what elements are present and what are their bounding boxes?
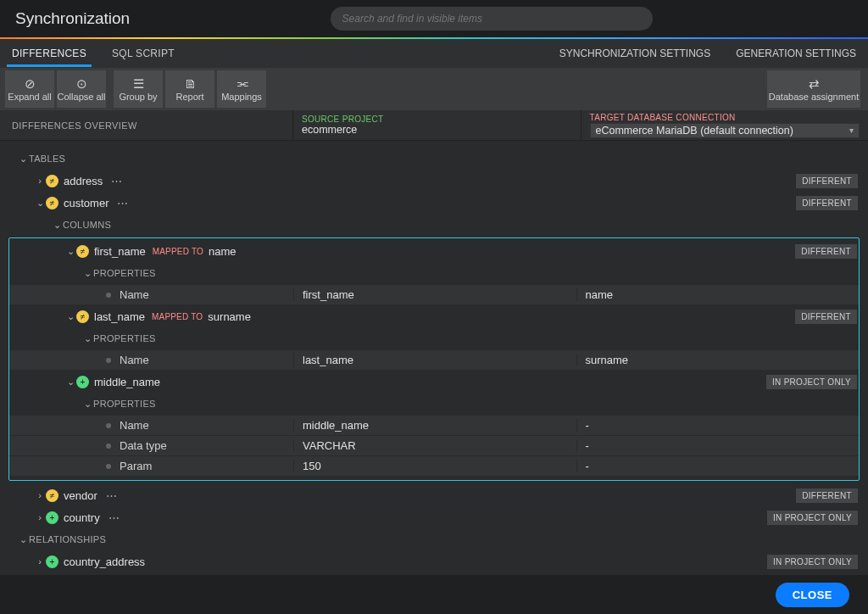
- property-row-name: Name last_name surname: [9, 350, 859, 370]
- column-row-last-name[interactable]: ⌄ ≠ last_name MAPPED TO surname DIFFEREN…: [9, 305, 859, 327]
- search-input[interactable]: [331, 7, 653, 31]
- database-icon: ⇄: [809, 77, 820, 90]
- status-diff-icon: ≠: [46, 489, 58, 502]
- item-label: vendor: [64, 489, 97, 502]
- expand-all-label: Expand all: [8, 92, 51, 102]
- item-label: customer: [64, 197, 108, 209]
- properties-label: PROPERTIES: [93, 399, 156, 409]
- chevron-down-icon[interactable]: ⌄: [64, 246, 76, 257]
- table-row-customer[interactable]: ⌄ ≠ customer ⋯ DIFFERENT: [8, 192, 860, 214]
- properties-section[interactable]: ⌄ PROPERTIES: [9, 393, 859, 415]
- item-label: last_name: [94, 310, 145, 323]
- status-diff-icon: ≠: [46, 175, 58, 187]
- status-new-icon: +: [76, 376, 89, 388]
- chevron-right-icon[interactable]: ›: [34, 490, 46, 500]
- tables-section[interactable]: ⌄ TABLES: [8, 148, 860, 170]
- item-label: address: [64, 175, 103, 187]
- status-badge: IN PROJECT ONLY: [767, 555, 858, 569]
- properties-label: PROPERTIES: [93, 268, 156, 278]
- chevron-down-icon[interactable]: ⌄: [81, 399, 93, 410]
- expand-all-button[interactable]: ⊘ Expand all: [5, 70, 54, 108]
- property-value-target: -: [576, 460, 860, 472]
- property-row-param: Param 150 -: [9, 456, 859, 476]
- property-value-target: name: [576, 288, 860, 301]
- window-header: Synchronization: [0, 0, 868, 37]
- item-label: country_address: [64, 555, 145, 568]
- property-name: Name: [120, 288, 149, 301]
- tab-bar: DIFFERENCES SQL SCRIPT SYNCHRONIZATION S…: [0, 39, 868, 68]
- chevron-down-icon[interactable]: ⌄: [17, 534, 29, 545]
- mapped-to-label: MAPPED TO: [152, 312, 203, 321]
- bullet-icon: [106, 293, 111, 298]
- source-project-value: ecommerce: [302, 124, 572, 136]
- table-row-country[interactable]: › + country ⋯ IN PROJECT ONLY: [8, 506, 860, 528]
- target-connection-select[interactable]: eCommerce MariaDB (default connection) ▾: [590, 123, 860, 138]
- properties-label: PROPERTIES: [93, 333, 156, 343]
- table-row-address[interactable]: › ≠ address ⋯ DIFFERENT: [8, 170, 860, 192]
- property-value-target: -: [576, 439, 860, 452]
- property-row-name: Name middle_name -: [9, 416, 859, 435]
- database-assignment-button[interactable]: ⇄ Database assignment: [767, 70, 860, 108]
- property-value-target: -: [576, 419, 860, 432]
- more-icon[interactable]: ⋯: [111, 175, 124, 187]
- chevron-right-icon[interactable]: ›: [34, 556, 46, 567]
- relationships-section[interactable]: ⌄ RELATIONSHIPS: [8, 528, 860, 550]
- properties-section[interactable]: ⌄ PROPERTIES: [9, 327, 859, 349]
- tab-sql-script[interactable]: SQL SCRIPT: [107, 41, 180, 67]
- chevron-down-icon[interactable]: ⌄: [64, 311, 76, 322]
- property-value-source: last_name: [293, 354, 576, 366]
- tab-generation-settings[interactable]: GENERATION SETTINGS: [731, 41, 861, 66]
- tab-sync-settings[interactable]: SYNCHRONIZATION SETTINGS: [554, 41, 715, 66]
- mappings-icon: ⫘: [236, 77, 248, 90]
- relationships-label: RELATIONSHIPS: [29, 534, 106, 544]
- chevron-down-icon[interactable]: ⌄: [17, 154, 29, 165]
- table-row-vendor[interactable]: › ≠ vendor ⋯ DIFFERENT: [8, 484, 860, 506]
- database-assignment-label: Database assignment: [769, 92, 859, 102]
- more-icon[interactable]: ⋯: [106, 489, 119, 502]
- chevron-down-icon[interactable]: ⌄: [81, 268, 93, 279]
- tab-differences[interactable]: DIFFERENCES: [7, 41, 92, 67]
- page-title: Synchronization: [15, 9, 130, 28]
- collapse-icon: ⊙: [76, 77, 87, 90]
- bullet-icon: [106, 444, 111, 449]
- chevron-right-icon[interactable]: ›: [34, 512, 46, 522]
- chevron-down-icon[interactable]: ⌄: [64, 377, 76, 388]
- status-badge: DIFFERENT: [795, 244, 857, 259]
- status-badge: DIFFERENT: [796, 488, 858, 503]
- property-value-source: first_name: [293, 288, 576, 301]
- chevron-down-icon[interactable]: ⌄: [34, 198, 46, 209]
- status-new-icon: +: [46, 511, 58, 524]
- more-icon[interactable]: ⋯: [117, 197, 130, 209]
- chevron-down-icon[interactable]: ⌄: [81, 333, 93, 344]
- property-row-datatype: Data type VARCHAR -: [9, 436, 859, 455]
- bullet-icon: [106, 464, 111, 469]
- report-button[interactable]: 🗎 Report: [165, 70, 214, 108]
- target-connection-value: eCommerce MariaDB (default connection): [596, 125, 793, 137]
- item-label: country: [64, 511, 100, 524]
- property-name: Name: [120, 419, 149, 432]
- footer: CLOSE: [0, 575, 868, 614]
- properties-section[interactable]: ⌄ PROPERTIES: [9, 262, 859, 284]
- property-name: Param: [120, 460, 152, 472]
- collapse-all-button[interactable]: ⊙ Collapse all: [57, 70, 106, 108]
- chevron-down-icon[interactable]: ⌄: [51, 220, 63, 231]
- report-label: Report: [175, 92, 203, 102]
- columns-section[interactable]: ⌄ COLUMNS: [8, 214, 860, 236]
- more-icon[interactable]: ⋯: [108, 511, 121, 524]
- column-row-first-name[interactable]: ⌄ ≠ first_name MAPPED TO name DIFFERENT: [9, 240, 859, 262]
- relationship-row-country-address[interactable]: › + country_address IN PROJECT ONLY: [8, 550, 860, 572]
- group-by-button[interactable]: ☰ Group by: [114, 70, 163, 108]
- chevron-right-icon[interactable]: ›: [34, 176, 46, 186]
- status-badge: IN PROJECT ONLY: [767, 511, 858, 525]
- selection-highlight: ⌄ ≠ first_name MAPPED TO name DIFFERENT …: [8, 237, 860, 481]
- mappings-button[interactable]: ⫘ Mappings: [217, 70, 266, 108]
- source-project-label: SOURCE PROJECT: [302, 114, 572, 124]
- bullet-icon: [106, 358, 111, 363]
- collapse-all-label: Collapse all: [58, 92, 106, 102]
- property-value-target: surname: [576, 354, 860, 366]
- column-row-middle-name[interactable]: ⌄ + middle_name IN PROJECT ONLY: [9, 371, 859, 393]
- close-button[interactable]: CLOSE: [776, 583, 849, 607]
- columns-label: COLUMNS: [63, 220, 111, 230]
- status-badge: DIFFERENT: [796, 196, 858, 210]
- property-row-name: Name first_name name: [9, 285, 859, 304]
